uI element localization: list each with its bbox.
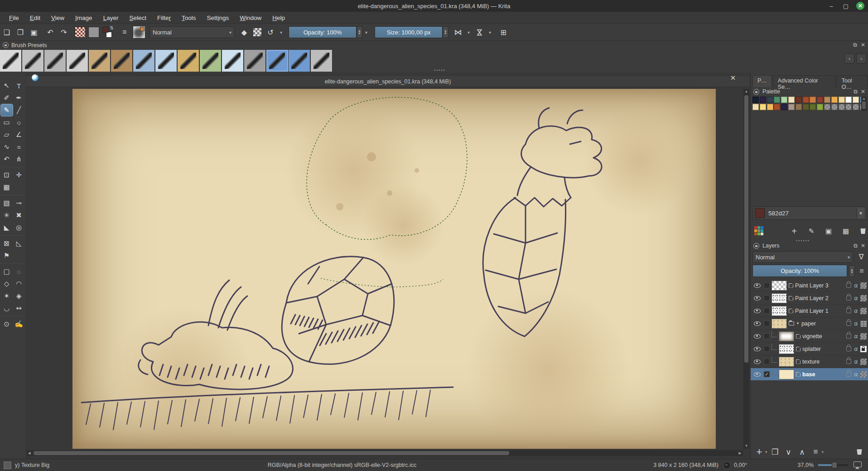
brush-preset-thumbnail[interactable] xyxy=(133,50,155,72)
layer-visible-icon[interactable] xyxy=(754,359,761,364)
brush-preset-thumbnail[interactable] xyxy=(44,50,66,72)
edit-shapes-tool-icon[interactable]: ✐ xyxy=(1,92,13,104)
palette-scrollbar[interactable]: ▲ xyxy=(861,97,867,111)
layer-checkbox[interactable] xyxy=(764,346,770,352)
palette-swatch[interactable] xyxy=(803,97,809,103)
rectangle-tool-icon[interactable]: ▭ xyxy=(1,117,13,128)
alpha-lock-icon[interactable]: α xyxy=(853,282,858,289)
calligraphy-tool-icon[interactable]: ✒ xyxy=(13,92,25,104)
enclose-fill-tool-icon[interactable]: ◎ xyxy=(13,222,25,233)
maximize-icon[interactable]: ▢ xyxy=(842,2,850,10)
text-tool-icon[interactable]: T xyxy=(13,80,25,92)
brush-preset-thumbnail[interactable] xyxy=(266,50,288,72)
palette-swatch-empty[interactable] xyxy=(831,104,838,110)
close-dock-icon[interactable]: ✕ xyxy=(861,243,865,249)
redo-icon[interactable]: ↷ xyxy=(58,26,70,38)
layer-visible-icon[interactable] xyxy=(754,334,761,339)
layer-checkbox[interactable] xyxy=(764,320,770,326)
add-swatch-icon[interactable]: + xyxy=(789,226,800,237)
float-dock-icon[interactable]: ⧉ xyxy=(853,42,857,48)
scroll-right-icon[interactable]: › xyxy=(856,53,866,63)
palette-scroll-thumb[interactable] xyxy=(862,102,866,109)
palette-swatch-empty[interactable] xyxy=(824,104,830,110)
layer-thumbnail[interactable] xyxy=(772,281,787,291)
layer-row-paint-layer-2[interactable]: Paint Layer 2α xyxy=(751,292,868,305)
measure-tool-icon[interactable]: ◺ xyxy=(13,238,25,249)
palette-swatch[interactable] xyxy=(796,104,802,110)
brush-preset-thumbnail[interactable] xyxy=(222,50,244,72)
layer-thumbnail[interactable] xyxy=(779,357,794,367)
brush-preset-thumbnail[interactable] xyxy=(178,50,199,72)
window-titlebar[interactable]: elite-dangerous_alien_species_01.kra (34… xyxy=(0,0,868,12)
minimize-icon[interactable]: – xyxy=(827,2,835,10)
gradient-tool-icon[interactable]: ▧ xyxy=(1,197,13,209)
chevron-down-icon[interactable]: ▾ xyxy=(765,450,767,454)
layer-row-texture[interactable]: textureα xyxy=(751,355,868,368)
dock-tab-toolo[interactable]: Tool O… xyxy=(837,75,868,87)
bezier-select-tool-icon[interactable]: ◡ xyxy=(1,302,13,314)
layer-lock-icon[interactable] xyxy=(846,346,851,351)
menu-settings[interactable]: Settings xyxy=(201,13,234,23)
palette-swatch[interactable] xyxy=(781,104,787,110)
line-tool-icon[interactable]: ╱ xyxy=(13,104,25,116)
inherit-alpha-icon[interactable] xyxy=(860,333,867,340)
alpha-lock-icon[interactable]: α xyxy=(853,295,858,301)
inherit-alpha-icon[interactable] xyxy=(860,320,867,327)
wrap-around-icon[interactable]: ⊞ xyxy=(497,26,509,38)
brush-preset-thumbnail[interactable] xyxy=(0,50,22,72)
brush-preset-thumbnail[interactable] xyxy=(89,50,111,72)
palette-swatch[interactable] xyxy=(810,97,816,103)
palette-swatch[interactable] xyxy=(845,97,852,103)
brush-preset-thumbnail[interactable] xyxy=(111,50,133,72)
palette-swatch[interactable] xyxy=(810,104,816,110)
layer-lock-icon[interactable] xyxy=(846,321,851,326)
scroll-up-icon[interactable]: ▲ xyxy=(743,89,749,94)
filter-layers-icon[interactable]: ∇ xyxy=(856,251,867,262)
layer-lock-icon[interactable] xyxy=(846,308,851,313)
assistants-tool-icon[interactable]: ⊠ xyxy=(1,238,13,249)
mirror-horizontal-icon[interactable]: ⋈ xyxy=(475,29,484,36)
fill-tool-icon[interactable]: ◣ xyxy=(1,222,13,233)
layer-visible-icon[interactable] xyxy=(754,296,761,301)
scroll-up-icon[interactable]: ▲ xyxy=(861,97,867,101)
inherit-alpha-icon[interactable] xyxy=(860,346,867,352)
menu-image[interactable]: Image xyxy=(70,13,98,23)
layer-checkbox[interactable] xyxy=(764,333,770,339)
palette-swatch[interactable] xyxy=(752,97,759,103)
vertical-scroll-thumb[interactable] xyxy=(744,95,748,363)
layer-row-base[interactable]: ✓baseα xyxy=(751,368,868,381)
chevron-down-icon[interactable]: ▾ xyxy=(822,450,824,454)
horizontal-scroll-thumb[interactable] xyxy=(34,451,509,455)
select-shapes-tool-icon[interactable]: ↖ xyxy=(1,80,13,92)
layer-thumbnail[interactable] xyxy=(772,293,787,303)
palette-swatch[interactable] xyxy=(853,97,859,103)
inherit-alpha-icon[interactable] xyxy=(860,371,867,378)
layer-lock-icon[interactable] xyxy=(846,296,851,301)
foreground-color-swatch[interactable] xyxy=(102,27,108,33)
menu-layer[interactable]: Layer xyxy=(98,13,124,23)
crop-tool-icon[interactable]: ▦ xyxy=(1,181,13,193)
layer-lock-icon[interactable] xyxy=(846,372,851,377)
layer-visible-icon[interactable] xyxy=(754,283,761,288)
magnetic-select-tool-icon[interactable]: ↭ xyxy=(13,302,25,314)
layer-menu-icon[interactable]: ≡ xyxy=(857,267,867,275)
layer-lock-icon[interactable] xyxy=(846,334,851,339)
alpha-lock-icon[interactable]: α xyxy=(853,345,858,352)
palette-swatch-empty[interactable] xyxy=(845,104,852,110)
brush-presets-header[interactable]: Brush Presets xyxy=(0,41,868,49)
layer-thumbnail[interactable] xyxy=(779,331,794,341)
add-layer-icon[interactable]: + xyxy=(753,446,765,458)
layer-checkbox[interactable] xyxy=(764,282,770,288)
brush-preset-thumbnail[interactable] xyxy=(67,50,88,72)
polygon-select-tool-icon[interactable]: ◇ xyxy=(1,278,13,290)
size-spinner[interactable]: ▲▼ xyxy=(443,26,448,38)
reference-images-tool-icon[interactable]: ⚑ xyxy=(1,250,13,262)
menu-select[interactable]: Select xyxy=(124,13,152,23)
bezier-curve-tool-icon[interactable]: ∿ xyxy=(1,141,13,153)
layer-opacity-slider[interactable]: Opacity: 100% xyxy=(752,265,847,277)
move-layer-down-icon[interactable]: ∨ xyxy=(783,446,795,458)
dock-splitter-handle[interactable]: ••••• xyxy=(434,68,446,73)
layer-checkbox[interactable]: ✓ xyxy=(764,371,770,377)
canvas-vertical-scrollbar[interactable]: ▲ ▼ xyxy=(743,89,749,449)
opacity-spinner[interactable]: ▲▼ xyxy=(357,26,362,38)
